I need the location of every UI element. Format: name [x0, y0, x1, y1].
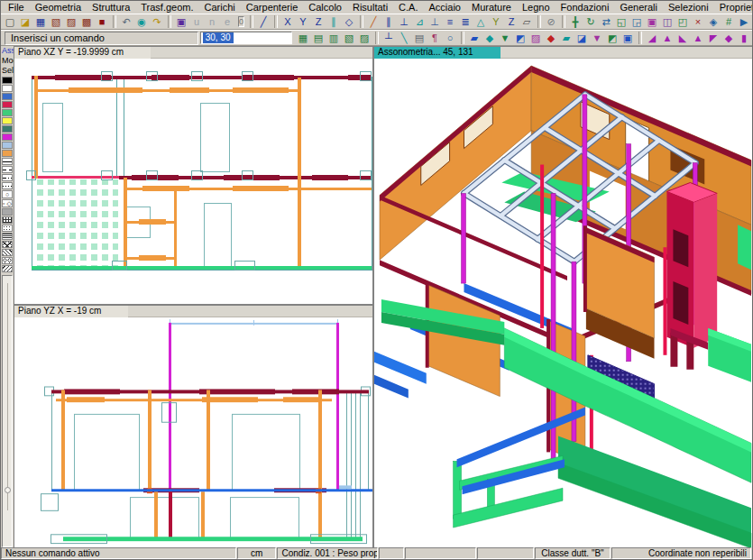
fill-pattern-zigzag[interactable]: [2, 265, 13, 272]
draw-line-icon[interactable]: ╱: [256, 15, 271, 28]
sidebar-mode-label[interactable]: Sel.: [1, 66, 14, 76]
copy-object-icon[interactable]: ▣: [645, 15, 659, 28]
rotate-y-icon[interactable]: Y: [489, 15, 503, 28]
marker-style-2[interactable]: ▫ ◇: [2, 199, 13, 207]
menu-item[interactable]: C.A.: [393, 2, 423, 14]
eraser-icon[interactable]: ⊘: [544, 15, 558, 28]
load-case-10-icon[interactable]: ◩: [605, 32, 620, 44]
load-case-9-icon[interactable]: ▼: [590, 32, 604, 44]
storey-1-icon[interactable]: ◢: [645, 32, 659, 44]
color-swatch[interactable]: [2, 117, 13, 124]
flag-icon[interactable]: ¶: [427, 32, 442, 44]
menu-item[interactable]: Struttura: [87, 2, 135, 14]
offset-icon[interactable]: ◫: [660, 15, 675, 28]
load-case-5-icon[interactable]: ▨: [528, 32, 543, 44]
menu-item[interactable]: Selezioni: [663, 2, 714, 14]
viewport-yz-canvas[interactable]: [14, 317, 372, 548]
sidebar-mode-label[interactable]: Ass.: [1, 46, 14, 56]
renumber-icon[interactable]: #: [721, 15, 736, 28]
load-case-2-icon[interactable]: ◆: [482, 32, 497, 44]
marker-style-1[interactable]: ○ ×: [2, 190, 13, 198]
new-document-icon[interactable]: ▢: [3, 15, 17, 28]
plane-z-icon[interactable]: Z: [311, 15, 326, 28]
run-analysis-icon[interactable]: ▶: [737, 15, 751, 28]
redo-icon[interactable]: ↷: [150, 15, 164, 28]
numbering-spinner[interactable]: 0: [238, 16, 244, 27]
sketch-icon[interactable]: ╲: [397, 32, 411, 44]
sidebar-slider[interactable]: [2, 275, 13, 547]
viewport-ax-title[interactable]: Assonometria... 45, 131: [374, 47, 500, 59]
color-swatch[interactable]: [2, 101, 13, 108]
menu-item[interactable]: Geometria: [30, 2, 87, 14]
plane-y-icon[interactable]: Y: [296, 15, 310, 28]
load-case-6-icon[interactable]: ◆: [544, 32, 558, 44]
zoom-sphere-icon[interactable]: ◉: [134, 15, 149, 28]
viewport-yz-title[interactable]: Piano YZ X = -19 cm: [14, 306, 128, 317]
check-model-icon[interactable]: ×: [691, 15, 705, 28]
viewport-xz-canvas[interactable]: [14, 59, 372, 304]
load-case-11-icon[interactable]: ▣: [620, 32, 635, 44]
point-icon[interactable]: ○: [443, 32, 457, 44]
menu-item[interactable]: Proprietà: [714, 2, 753, 14]
menu-item[interactable]: Risultati: [347, 2, 393, 14]
scale-icon[interactable]: ◱: [614, 15, 629, 28]
sheet-icon[interactable]: ▱: [519, 15, 534, 28]
menu-item[interactable]: Legno: [517, 2, 556, 14]
perpendicular-icon[interactable]: ⊥: [397, 15, 411, 28]
snap-node-icon[interactable]: ┴: [381, 32, 396, 44]
sidebar-mode-label[interactable]: Mod: [1, 56, 14, 66]
menu-item[interactable]: Acciaio: [424, 2, 466, 14]
angle-tool-icon[interactable]: ⊿: [412, 15, 427, 28]
numbering-icon[interactable]: ▣: [174, 15, 188, 28]
plane-x-icon[interactable]: X: [280, 15, 295, 28]
color-swatch[interactable]: [2, 77, 13, 84]
assonometria-drawing[interactable]: [374, 59, 753, 548]
show-nodes-icon[interactable]: u: [189, 15, 204, 28]
color-swatch[interactable]: [2, 150, 13, 157]
slider-thumb[interactable]: [5, 487, 11, 493]
load-case-7-icon[interactable]: ▰: [559, 32, 574, 44]
load-case-3-icon[interactable]: ▼: [498, 32, 512, 44]
piano-yz-drawing[interactable]: [14, 317, 372, 548]
menu-item[interactable]: Generali: [614, 2, 663, 14]
triangle-mesh-icon[interactable]: △: [473, 15, 488, 28]
menu-item[interactable]: Carpenterie: [241, 2, 303, 14]
color-swatch[interactable]: [2, 85, 13, 92]
storey-3-icon[interactable]: ◣: [675, 32, 690, 44]
undo-icon[interactable]: ↶: [119, 15, 133, 28]
storey-6-icon[interactable]: ◆: [721, 32, 736, 44]
menu-item[interactable]: Calcolo: [303, 2, 347, 14]
save-icon[interactable]: ▦: [33, 15, 48, 28]
command-input[interactable]: 30, 30: [200, 32, 292, 44]
color-swatch[interactable]: [2, 125, 13, 133]
fill-pattern-hlines[interactable]: [2, 233, 13, 240]
fill-pattern-dots[interactable]: [2, 225, 13, 232]
menu-item[interactable]: Trasf.geom.: [135, 2, 198, 14]
fill-pattern-diamond[interactable]: [2, 241, 13, 248]
storey-7-icon[interactable]: ▮: [737, 32, 751, 44]
stretch-icon[interactable]: ◲: [629, 15, 644, 28]
color-swatch[interactable]: [2, 109, 13, 116]
load-case-4-icon[interactable]: ◩: [513, 32, 528, 44]
storey-4-icon[interactable]: ▲: [691, 32, 705, 44]
menu-item[interactable]: File: [3, 2, 30, 14]
weld-nodes-icon[interactable]: ◈: [706, 15, 721, 28]
project-node-icon[interactable]: ⊥: [427, 15, 442, 28]
color-swatch[interactable]: [2, 93, 13, 100]
load-case-8-icon[interactable]: ◪: [574, 32, 589, 44]
line-style-dotted[interactable]: [2, 182, 13, 189]
storey-2-icon[interactable]: ▲: [660, 32, 675, 44]
storey-5-icon[interactable]: ◤: [706, 32, 721, 44]
render-solid-icon[interactable]: ■: [95, 15, 109, 28]
view-thumb-5-icon[interactable]: ▨: [357, 32, 372, 44]
view-thumb-1-icon[interactable]: ▦: [296, 32, 310, 44]
open-folder-icon[interactable]: ◪: [18, 15, 32, 28]
table-icon[interactable]: ▤: [412, 32, 427, 44]
view-thumb-2-icon[interactable]: ▤: [311, 32, 326, 44]
parallel-beam-icon[interactable]: ∥: [381, 15, 396, 28]
move-nodes-icon[interactable]: ╋: [568, 15, 583, 28]
menu-item[interactable]: Murature: [466, 2, 517, 14]
line-style-dashdot[interactable]: [2, 174, 13, 181]
capture-view-icon[interactable]: ▨: [64, 15, 78, 28]
divide-beam-icon[interactable]: ≣: [458, 15, 473, 28]
